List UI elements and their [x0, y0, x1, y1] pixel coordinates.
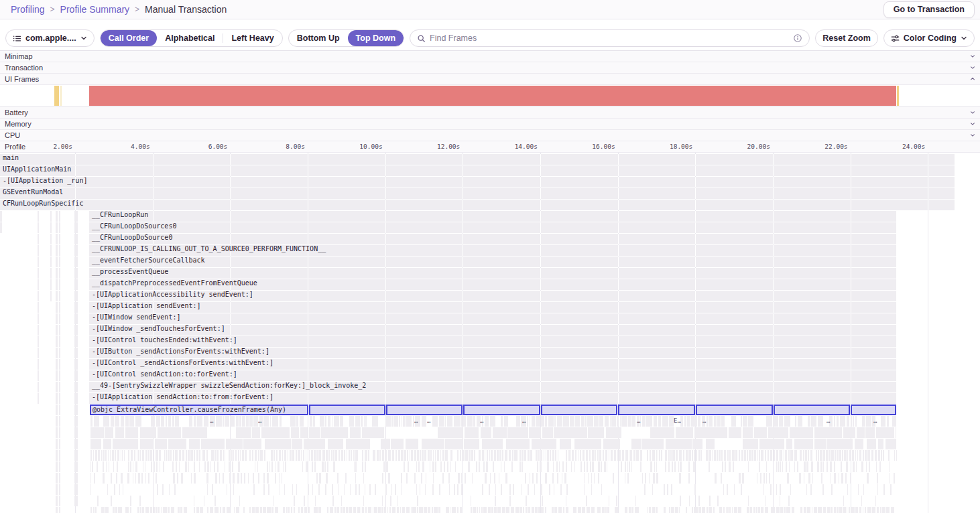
flame-frame-small[interactable]: [59, 370, 60, 381]
flame-frame-small[interactable]: [219, 473, 220, 484]
flame-frame-small[interactable]: [844, 450, 846, 461]
flame-frame-small[interactable]: [432, 416, 438, 427]
flame-frame-small[interactable]: [768, 450, 769, 461]
flame-frame-small[interactable]: [680, 461, 682, 472]
flame-frame-small[interactable]: [288, 507, 290, 513]
flame-frame-small[interactable]: [411, 450, 413, 461]
flame-frame-small[interactable]: [586, 450, 588, 461]
flame-frame-small[interactable]: [362, 461, 363, 472]
flame-frame-small[interactable]: [255, 461, 256, 472]
flame-frame-small[interactable]: [602, 507, 605, 513]
flame-frame-small[interactable]: [842, 450, 843, 461]
flame-frame-small[interactable]: [698, 416, 700, 427]
flame-frame-small[interactable]: [166, 450, 166, 461]
flame-frame-small[interactable]: [834, 416, 835, 427]
flame-frame-small[interactable]: [640, 461, 641, 472]
flame-frame-small[interactable]: [217, 450, 219, 461]
flame-frame-small[interactable]: [309, 450, 310, 461]
flame-frame-small[interactable]: [56, 370, 58, 381]
flame-frame-small[interactable]: [834, 507, 836, 513]
flame-frame-small[interactable]: [654, 461, 656, 472]
flame-frame-small[interactable]: [744, 450, 746, 461]
flame-frame-small[interactable]: [776, 484, 777, 495]
flame-frame-small[interactable]: [748, 461, 749, 472]
flame-frame-small[interactable]: [734, 484, 735, 495]
flame-frame-small[interactable]: [125, 507, 129, 513]
flame-frame-small[interactable]: [291, 507, 292, 513]
flame-frame-small[interactable]: [554, 416, 556, 427]
flame-frame-small[interactable]: [761, 507, 763, 513]
flame-frame-small[interactable]: [328, 416, 330, 427]
flame-frame-small[interactable]: [787, 473, 789, 484]
flame-frame-small[interactable]: [106, 461, 107, 472]
flame-frame-small[interactable]: [242, 416, 245, 427]
flame-frame-small[interactable]: [417, 450, 419, 461]
flame-frame-small[interactable]: [757, 473, 757, 484]
section-header-battery[interactable]: Battery: [0, 107, 980, 119]
flame-frame-small[interactable]: [859, 507, 861, 513]
flame-frame-small[interactable]: [490, 416, 495, 427]
flame-frame-small[interactable]: [528, 484, 528, 495]
flame-frame-small[interactable]: [522, 461, 523, 472]
flame-frame-small[interactable]: [741, 484, 742, 495]
flame-frame-small[interactable]: [337, 507, 339, 513]
flame-frame-small[interactable]: [732, 450, 735, 461]
flame-frame-small[interactable]: [564, 473, 566, 484]
flame-frame-small[interactable]: [532, 473, 534, 484]
flame-frame-small[interactable]: [253, 473, 255, 484]
sort-left-heavy-button[interactable]: Left Heavy: [223, 30, 282, 46]
ui-frames-track[interactable]: [0, 85, 980, 107]
flame-frame-small[interactable]: [385, 416, 391, 427]
flame-frame-small[interactable]: [590, 461, 591, 472]
flame-frame-small[interactable]: [319, 473, 321, 484]
flame-frame-small[interactable]: [225, 416, 229, 427]
flame-frame-small[interactable]: [130, 461, 131, 472]
flame-frame-small[interactable]: [476, 461, 478, 472]
flame-frame-small[interactable]: [587, 507, 591, 513]
flame-frame-small[interactable]: [332, 496, 334, 506]
flame-frame-small[interactable]: [650, 427, 674, 438]
flame-frame-small[interactable]: [717, 496, 719, 506]
go-to-transaction-button[interactable]: Go to Transaction: [883, 1, 975, 18]
flame-frame-small[interactable]: [362, 507, 364, 513]
flame-frame-small[interactable]: [189, 439, 200, 449]
flame-frame-small[interactable]: [282, 473, 282, 484]
flame-frame-small[interactable]: [227, 484, 227, 495]
flame-frame-small[interactable]: [686, 507, 687, 513]
flame-frame-small[interactable]: [418, 461, 420, 472]
flame-frame-small[interactable]: [886, 507, 890, 513]
flame-frame-small[interactable]: [592, 450, 595, 461]
flame-frame-small[interactable]: [794, 450, 797, 461]
flame-frame-small[interactable]: [393, 416, 397, 427]
flame-frame-small[interactable]: [846, 461, 847, 472]
flame-frame-small[interactable]: [694, 450, 694, 461]
flame-frame-small[interactable]: [74, 336, 78, 347]
flame-frame-small[interactable]: [90, 450, 92, 461]
flame-frame-small[interactable]: [124, 450, 125, 461]
flame-frame-small[interactable]: [780, 461, 781, 472]
flame-frame-small[interactable]: [263, 507, 266, 513]
flame-frame-small[interactable]: [361, 507, 361, 513]
flame-frame-small[interactable]: [223, 507, 225, 513]
flame-frame-small[interactable]: [264, 450, 266, 461]
flame-frame-small[interactable]: [725, 461, 726, 472]
flame-frame-small[interactable]: [888, 450, 890, 461]
flame-frame-small[interactable]: [805, 450, 807, 461]
flame-frame-small[interactable]: [74, 450, 78, 461]
flame-frame-small[interactable]: [93, 507, 94, 513]
flame-frame-small[interactable]: [469, 450, 470, 461]
flame-frame-small[interactable]: [90, 461, 91, 472]
flame-frame-small[interactable]: [872, 507, 876, 513]
flame-frame-small[interactable]: [439, 484, 440, 495]
flame-frame-small[interactable]: [650, 450, 651, 461]
section-header-memory[interactable]: Memory: [0, 119, 980, 130]
flame-frame-small[interactable]: [709, 461, 710, 472]
flame-frame-small[interactable]: [274, 450, 275, 461]
flame-frame-small[interactable]: [605, 507, 607, 513]
flame-frame-small[interactable]: [258, 473, 259, 484]
flame-frame-small[interactable]: [548, 416, 554, 427]
flame-frame-small[interactable]: [542, 427, 553, 438]
flame-frame-small[interactable]: [841, 473, 843, 484]
flame-frame-small[interactable]: [606, 427, 621, 438]
flame-frame-small[interactable]: [485, 473, 487, 484]
